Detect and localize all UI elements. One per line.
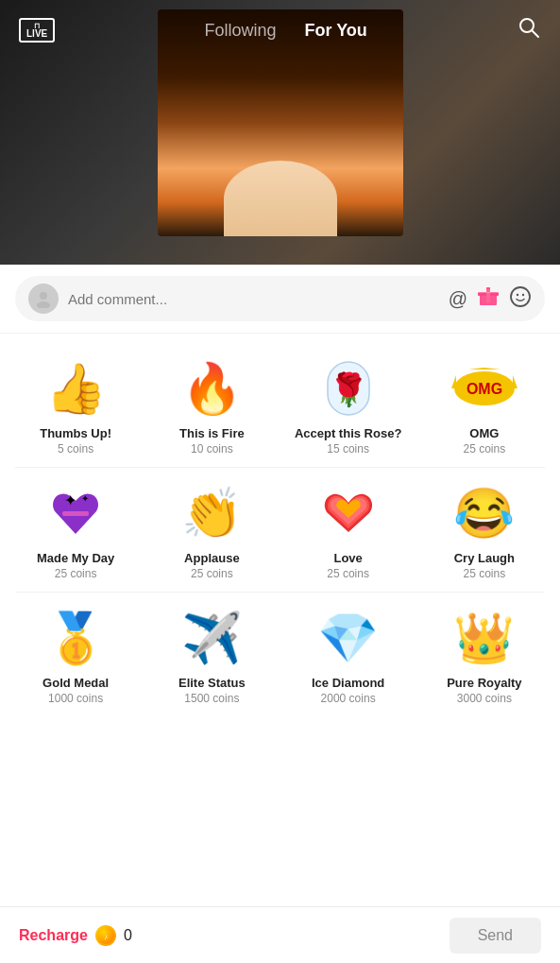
gift-icon-crylaugh: 😂	[453, 483, 515, 543]
avatar	[28, 284, 59, 314]
gift-name-goldmedal: Gold Medal	[42, 676, 109, 690]
recharge-section: Recharge ♪ 0	[19, 925, 132, 946]
gift-cost-thumbsup: 5 coins	[58, 442, 93, 456]
comment-actions: @	[449, 285, 532, 313]
gift-item-rose[interactable]: 🌹Accept this Rose?15 coins	[280, 343, 416, 467]
gift-icon-rose: 🌹	[320, 358, 377, 419]
video-section: LIVE Following For You	[0, 0, 560, 265]
gift-icon-goldmedal: 🥇	[45, 608, 107, 668]
gifts-grid: 👍Thumbs Up!5 coins🔥This is Fire10 coins🌹…	[0, 343, 560, 716]
gift-item-pureroyalty[interactable]: 👑Pure Royalty3000 coins	[416, 593, 552, 716]
following-tab[interactable]: Following	[204, 21, 276, 41]
gift-cost-applause: 25 coins	[191, 567, 233, 580]
svg-rect-6	[486, 287, 490, 302]
gift-icon-omg: OMG	[451, 358, 518, 419]
gift-cost-icediamond: 2000 coins	[321, 692, 376, 705]
gift-item-love[interactable]: Love25 coins	[280, 468, 416, 592]
gift-item-mademyday[interactable]: ✦✦Made My Day25 coins	[8, 468, 144, 592]
gift-name-icediamond: Ice Diamond	[312, 676, 384, 690]
svg-text:✦: ✦	[81, 493, 89, 504]
gift-name-pureroyalty: Pure Royalty	[447, 676, 521, 690]
gift-cost-rose: 15 coins	[327, 442, 369, 456]
video-header: LIVE Following For You	[0, 0, 560, 60]
gift-icon-elitestatus: ✈️	[181, 608, 243, 668]
gift-name-omg: OMG	[469, 426, 499, 440]
coin-count: 0	[124, 927, 132, 944]
gift-item-fire[interactable]: 🔥This is Fire10 coins	[144, 343, 280, 467]
gift-name-crylaugh: Cry Laugh	[454, 551, 515, 565]
gift-name-thumbsup: Thumbs Up!	[40, 426, 111, 440]
gift-icon-mademyday: ✦✦	[47, 483, 104, 543]
gifts-container: 👍Thumbs Up!5 coins🔥This is Fire10 coins🌹…	[0, 334, 560, 792]
gift-item-crylaugh[interactable]: 😂Cry Laugh25 coins	[416, 468, 552, 592]
gift-cost-love: 25 coins	[327, 567, 369, 580]
svg-point-3	[37, 301, 50, 308]
gift-item-icediamond[interactable]: 💎Ice Diamond2000 coins	[280, 593, 416, 716]
gift-icon-thumbsup: 👍	[45, 358, 107, 419]
gift-item-elitestatus[interactable]: ✈️Elite Status1500 coins	[144, 593, 280, 716]
gift-name-fire: This is Fire	[179, 426, 245, 440]
svg-point-9	[517, 293, 518, 295]
gift-item-applause[interactable]: 👏Applause25 coins	[144, 468, 280, 592]
gift-cost-pureroyalty: 3000 coins	[457, 692, 512, 705]
nav-tabs: Following For You	[55, 21, 517, 41]
at-icon[interactable]: @	[449, 288, 467, 310]
svg-marker-15	[513, 375, 518, 388]
bottom-bar: Recharge ♪ 0 Send	[0, 906, 560, 963]
gift-cost-crylaugh: 25 coins	[464, 567, 506, 580]
search-button[interactable]	[517, 15, 541, 45]
comment-bar: @	[15, 276, 545, 321]
gift-icon-pureroyalty: 👑	[453, 608, 515, 668]
gift-name-love: Love	[333, 551, 362, 565]
svg-line-1	[532, 30, 538, 37]
svg-point-2	[40, 292, 47, 300]
coin-icon: ♪	[95, 925, 116, 946]
recharge-button[interactable]: Recharge	[19, 927, 88, 944]
gift-icon-icediamond: 💎	[317, 608, 379, 668]
emoji-icon[interactable]	[509, 285, 532, 313]
gift-cost-mademyday: 25 coins	[55, 567, 97, 580]
gift-name-elitestatus: Elite Status	[178, 676, 246, 690]
gift-item-omg[interactable]: OMGOMG25 coins	[416, 343, 552, 467]
svg-text:🌹: 🌹	[329, 370, 369, 409]
svg-rect-7	[478, 292, 499, 293]
svg-text:✦: ✦	[64, 492, 76, 508]
gift-icon-applause: 👏	[181, 483, 243, 543]
send-button[interactable]: Send	[450, 918, 541, 954]
svg-point-10	[522, 293, 524, 295]
live-badge: LIVE	[19, 18, 55, 43]
svg-marker-14	[451, 375, 456, 388]
gift-cost-goldmedal: 1000 coins	[48, 692, 103, 705]
svg-text:♪: ♪	[104, 933, 108, 941]
gift-icon[interactable]	[477, 285, 500, 313]
gift-name-rose: Accept this Rose?	[295, 426, 401, 440]
gift-cost-fire: 10 coins	[191, 442, 233, 456]
svg-text:OMG: OMG	[467, 381, 502, 397]
gift-cost-omg: 25 coins	[464, 442, 506, 456]
comment-input[interactable]	[68, 291, 439, 307]
gift-cost-elitestatus: 1500 coins	[184, 692, 239, 705]
gift-name-applause: Applause	[184, 551, 240, 565]
gift-item-goldmedal[interactable]: 🥇Gold Medal1000 coins	[8, 593, 144, 716]
foryou-tab[interactable]: For You	[304, 21, 366, 41]
comment-section: @	[0, 265, 560, 334]
svg-point-8	[511, 287, 530, 306]
gift-name-mademyday: Made My Day	[37, 551, 114, 565]
svg-rect-18	[62, 511, 89, 516]
gift-icon-fire: 🔥	[181, 358, 243, 419]
gift-item-thumbsup[interactable]: 👍Thumbs Up!5 coins	[8, 343, 144, 467]
gift-icon-love	[320, 483, 377, 543]
svg-marker-16	[468, 368, 501, 370]
